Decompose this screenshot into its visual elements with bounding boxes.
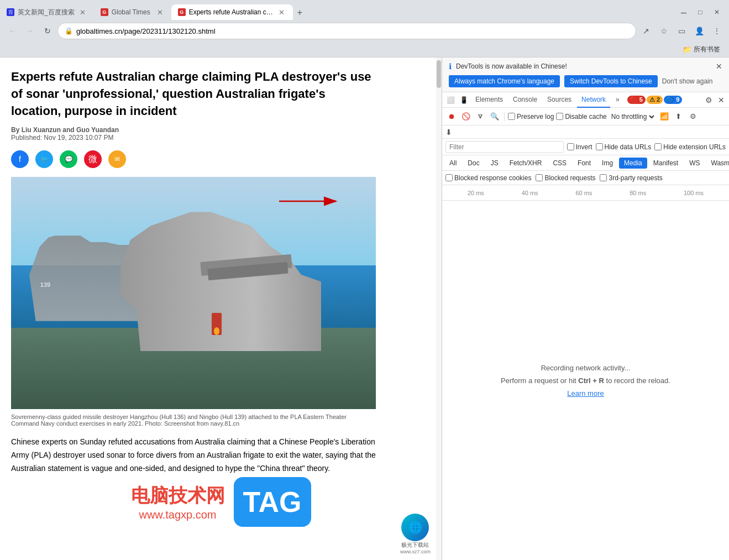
arrow-indicator bbox=[276, 190, 343, 214]
email-icon[interactable]: ✉ bbox=[108, 150, 126, 168]
type-filter-img[interactable]: Img bbox=[597, 158, 618, 169]
nav-actions: ↗ ☆ ▭ 👤 ⋮ bbox=[638, 23, 725, 39]
recording-text: Recording network activity... bbox=[541, 364, 631, 372]
learn-more-link[interactable]: Learn more bbox=[567, 389, 604, 397]
url-text: globaltimes.cn/page/202311/1302120.shtml bbox=[76, 27, 629, 35]
clear-button[interactable]: 🚫 bbox=[460, 111, 472, 123]
article-author: By Liu Xuanzun and Guo Yuandan bbox=[11, 126, 119, 134]
minimize-button[interactable]: – bbox=[676, 4, 691, 20]
tab-1-favicon: 百 bbox=[7, 8, 14, 16]
third-party-checkbox[interactable]: 3rd-party requests bbox=[600, 174, 662, 182]
wifi-icon[interactable]: 📶 bbox=[658, 111, 670, 123]
tab-search-button[interactable]: ▭ bbox=[674, 23, 689, 39]
scrollbar-track[interactable] bbox=[436, 57, 442, 560]
preserve-log-checkbox[interactable]: Preserve log bbox=[508, 113, 554, 121]
weibo-icon[interactable]: 微 bbox=[84, 150, 102, 168]
tab-1-close[interactable]: ✕ bbox=[78, 7, 87, 18]
social-icons: f 🐦 💬 微 ✉ bbox=[11, 150, 431, 168]
address-bar[interactable]: 🔒 globaltimes.cn/page/202311/1302120.sht… bbox=[57, 23, 636, 39]
disable-cache-input[interactable] bbox=[556, 113, 563, 120]
article-meta: By Liu Xuanzun and Guo Yuandan Published… bbox=[11, 126, 431, 142]
notif-row1: ℹ DevTools is now available in Chinese! … bbox=[449, 62, 722, 71]
upload-icon[interactable]: ⬆ bbox=[673, 111, 685, 123]
recording-subtitle: Perform a request or hit Ctrl + R to rec… bbox=[501, 376, 670, 385]
download-icon[interactable]: ⬇ bbox=[445, 128, 452, 137]
blocked-cookies-input[interactable] bbox=[445, 174, 453, 181]
wechat-icon[interactable]: 💬 bbox=[60, 150, 77, 168]
notif-close-button[interactable]: ✕ bbox=[716, 62, 722, 71]
hide-data-urls-checkbox[interactable]: Hide data URLs bbox=[596, 143, 652, 151]
type-filter-manifest[interactable]: Manifest bbox=[648, 158, 683, 169]
preserve-log-input[interactable] bbox=[508, 113, 515, 120]
type-filter-wasm[interactable]: Wasm bbox=[706, 158, 730, 169]
share-button[interactable]: ↗ bbox=[638, 23, 654, 39]
menu-button[interactable]: ⋮ bbox=[709, 23, 725, 39]
tab-sources[interactable]: Sources bbox=[543, 92, 576, 108]
invert-checkbox[interactable]: Invert bbox=[567, 143, 592, 151]
watermark-logo-box: TAG bbox=[234, 477, 311, 527]
tab-more[interactable]: » bbox=[611, 92, 624, 108]
blocked-requests-checkbox[interactable]: Blocked requests bbox=[536, 174, 595, 182]
search-button[interactable]: 🔍 bbox=[489, 111, 501, 123]
invert-input[interactable] bbox=[567, 143, 574, 150]
bookmark-button[interactable]: ☆ bbox=[656, 23, 672, 39]
type-filter-css[interactable]: CSS bbox=[548, 158, 571, 169]
hide-data-urls-input[interactable] bbox=[596, 143, 603, 150]
type-filter-doc[interactable]: Doc bbox=[463, 158, 484, 169]
blocked-cookies-checkbox[interactable]: Blocked response cookies bbox=[445, 174, 531, 182]
throttle-select[interactable]: No throttling bbox=[609, 112, 656, 121]
device-toolbar-icon[interactable]: 📱 bbox=[458, 94, 470, 106]
network-toolbar: ⏺ 🚫 ⛛ 🔍 Preserve log Disable cache No th… bbox=[442, 108, 729, 125]
switch-chinese-button[interactable]: Switch DevTools to Chinese bbox=[564, 75, 658, 87]
filter-input[interactable] bbox=[445, 141, 564, 153]
tab-3-close[interactable]: ✕ bbox=[277, 7, 286, 18]
blocked-requests-input[interactable] bbox=[536, 174, 543, 181]
inspect-element-icon[interactable]: ⬜ bbox=[444, 94, 457, 106]
third-party-input[interactable] bbox=[600, 174, 607, 181]
close-window-button[interactable]: ✕ bbox=[709, 4, 725, 20]
twitter-icon[interactable]: 🐦 bbox=[35, 150, 53, 168]
scrollbar-thumb[interactable] bbox=[437, 60, 441, 88]
bookmarks-folder[interactable]: 📁 所有书签 bbox=[678, 44, 725, 55]
always-match-button[interactable]: Always match Chrome's language bbox=[449, 75, 560, 87]
tab-network[interactable]: Network bbox=[577, 92, 610, 108]
devtools-close-button[interactable]: ✕ bbox=[716, 95, 727, 106]
tab-3-title: Experts refute Australian char... bbox=[189, 8, 274, 16]
article-published: Published: Nov 19, 2023 10:07 PM bbox=[11, 134, 113, 142]
type-filter-font[interactable]: Font bbox=[573, 158, 596, 169]
dont-show-button[interactable]: Don't show again bbox=[662, 77, 713, 85]
profile-button[interactable]: 👤 bbox=[691, 23, 707, 39]
tab-1[interactable]: 百 英文新闻_百度搜索 ✕ bbox=[0, 4, 94, 20]
security-icon: 🔒 bbox=[65, 27, 73, 35]
type-filter-all[interactable]: All bbox=[444, 158, 461, 169]
reload-button[interactable]: ↻ bbox=[40, 23, 55, 39]
network-settings-icon[interactable]: ⚙ bbox=[687, 111, 699, 123]
type-filter-fetch-xhr[interactable]: Fetch/XHR bbox=[505, 158, 547, 169]
new-tab-button[interactable]: + bbox=[293, 6, 307, 20]
type-filter-ws[interactable]: WS bbox=[684, 158, 705, 169]
tab-3[interactable]: G Experts refute Australian char... ✕ bbox=[171, 4, 293, 20]
type-filter-js[interactable]: JS bbox=[486, 158, 504, 169]
filter-bar: Invert Hide data URLs Hide extension URL… bbox=[442, 139, 729, 155]
article-area: Experts refute Australian charge claimin… bbox=[0, 57, 442, 560]
filter-toggle-button[interactable]: ⛛ bbox=[474, 111, 486, 123]
type-filter-bar: AllDocJSFetch/XHRCSSFontImgMediaManifest… bbox=[442, 155, 729, 171]
hide-extension-urls-checkbox[interactable]: Hide extension URLs bbox=[654, 143, 726, 151]
devtools-settings-icon[interactable]: ⚙ bbox=[703, 95, 715, 106]
stop-recording-button[interactable]: ⏺ bbox=[445, 111, 458, 123]
hide-extension-urls-input[interactable] bbox=[654, 143, 662, 150]
facebook-icon[interactable]: f bbox=[11, 150, 29, 168]
forward-button[interactable]: → bbox=[22, 23, 38, 39]
disable-cache-checkbox[interactable]: Disable cache bbox=[556, 113, 606, 121]
timeline-labels: 20 ms 40 ms 60 ms 80 ms 100 ms bbox=[445, 190, 726, 196]
watermark-text-block: 电脑技术网 www.tagxp.com bbox=[131, 483, 225, 521]
back-button[interactable]: ← bbox=[4, 23, 20, 39]
main-area: Experts refute Australian charge claimin… bbox=[0, 57, 729, 560]
timeline-label-60ms: 60 ms bbox=[575, 190, 592, 196]
tab-elements[interactable]: Elements bbox=[471, 92, 507, 108]
restore-button[interactable]: □ bbox=[693, 4, 708, 20]
tab-2[interactable]: G Global Times ✕ bbox=[94, 4, 171, 20]
tab-console[interactable]: Console bbox=[508, 92, 542, 108]
type-filter-media[interactable]: Media bbox=[619, 158, 647, 169]
tab-2-close[interactable]: ✕ bbox=[155, 7, 165, 18]
